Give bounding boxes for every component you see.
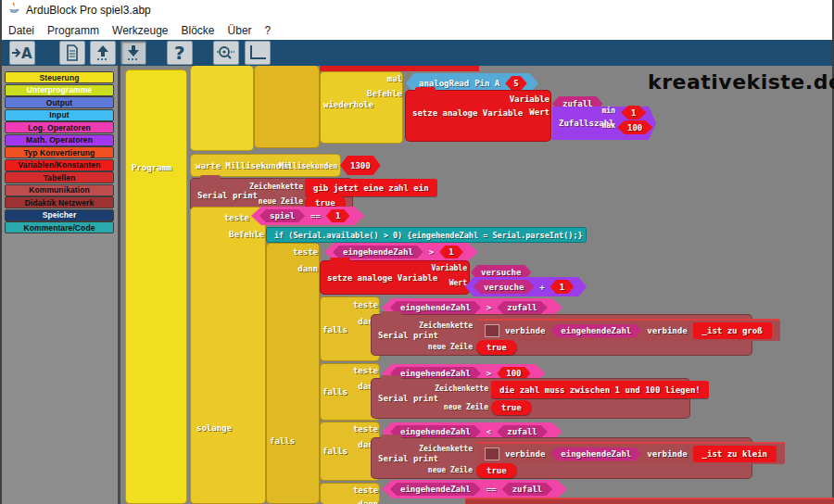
help-button[interactable]: ? <box>167 41 193 65</box>
operator: > <box>429 247 434 257</box>
serial-string-value[interactable]: gib jetzt eine zahl ein <box>305 179 437 196</box>
neue-zeile-label: neue Zeile <box>428 343 473 351</box>
menu-ueber[interactable]: Über <box>228 24 252 37</box>
variable-chip[interactable]: eingehendeZahl <box>390 425 481 438</box>
solange-teste-label: teste <box>224 213 249 222</box>
wiederhole-mal-label: mal <box>387 74 402 83</box>
falls-label: falls <box>322 387 348 397</box>
up-arrow-icon <box>94 44 112 62</box>
wiederhole-label: wiederhole <box>323 100 373 109</box>
verbinde-label: verbinde <box>505 449 545 459</box>
empty-socket[interactable] <box>485 324 499 337</box>
ruler-button[interactable] <box>245 41 271 65</box>
analogread-pin-value[interactable]: 5 <box>505 76 526 91</box>
serial-newline-value[interactable]: true <box>476 463 517 478</box>
code-view-button[interactable] <box>59 41 85 65</box>
variable-chip[interactable]: versuche <box>474 280 534 294</box>
zufallszahl-max-value[interactable]: 100 <box>617 120 652 134</box>
teste-label: teste <box>353 424 378 434</box>
falls-outer-block[interactable] <box>266 243 320 504</box>
search-blocks-button[interactable] <box>213 41 239 65</box>
menu-bloecke[interactable]: Blöcke <box>182 24 215 37</box>
setze-label: setze analoge Variable <box>412 108 523 118</box>
warte-value[interactable]: 1300 <box>340 156 381 175</box>
serial-newline-value[interactable]: true <box>476 340 517 355</box>
help-glyph: ? <box>174 43 185 63</box>
teste-label: teste <box>353 485 378 495</box>
dann-label: dann <box>358 499 378 504</box>
download-button[interactable] <box>120 41 146 65</box>
string-chip[interactable]: _ist zu groß <box>693 322 772 339</box>
serial-print-label: Serial print <box>378 394 438 403</box>
zufallszahl-max-label: max <box>602 121 615 130</box>
verbinde-label: verbinde <box>647 326 687 335</box>
falls-label: falls <box>322 325 348 334</box>
zeichenkette-label: Zeichenkette <box>249 183 303 191</box>
menu-werkzeuge[interactable]: Werkzeuge <box>112 24 168 37</box>
workspace: Steuerung Unterprogramme Output Input Lo… <box>2 66 834 504</box>
operator: + <box>539 283 544 292</box>
solange-block[interactable] <box>190 207 266 504</box>
program-canvas: kreativekiste.de Programm mal Befehle wi… <box>2 66 834 504</box>
programm-block[interactable] <box>125 69 187 504</box>
test-eq-zufall-block[interactable]: eingehendeZahl == zufall <box>382 480 567 498</box>
variable-chip[interactable]: zufall <box>497 301 548 314</box>
axis-ruler-icon <box>247 44 268 62</box>
operator: > <box>486 369 491 378</box>
toolbar: A ? <box>2 40 832 66</box>
verbinde-label: verbinde <box>647 449 687 459</box>
warte-param-label: Millisekunden <box>279 162 337 170</box>
menu-programm[interactable]: Programm <box>47 24 99 37</box>
ardublock-window: ArduBlock Pro spiel3.abp Datei Programm … <box>0 0 834 504</box>
verbinde-block[interactable]: verbinde eingehendeZahl verbinde _ist zu… <box>476 319 780 341</box>
upload-button[interactable] <box>90 41 116 65</box>
programm-label: Programm <box>132 163 171 172</box>
menu-help[interactable]: ? <box>265 24 272 37</box>
analogread-pin-label: Pin A <box>474 79 499 88</box>
verbinde-label: verbinde <box>505 326 545 335</box>
verbinde-block[interactable]: verbinde eingehendeZahl verbinde _ist zu… <box>476 442 785 464</box>
solange-befehle-label: Befehle <box>229 230 264 239</box>
value-chip[interactable]: 1 <box>326 209 349 222</box>
variable-chip[interactable]: eingehendeZahl <box>390 301 481 314</box>
insert-text-button[interactable]: A <box>9 41 35 65</box>
value-chip[interactable]: 1 <box>550 280 574 294</box>
window-title: ArduBlock Pro spiel3.abp <box>26 4 151 17</box>
variable-chip[interactable]: eingehendeZahl <box>550 324 641 338</box>
test-spiel-block[interactable]: spiel == 1 <box>251 207 364 225</box>
warte-label: warte Millisekunden <box>196 161 291 170</box>
falls-outer-teste-label: teste <box>293 247 318 257</box>
falls-outer-label: falls <box>270 436 295 446</box>
variable-chip[interactable]: eingehendeZahl <box>333 246 423 258</box>
clipped-control-block[interactable] <box>190 66 254 151</box>
plus-block[interactable]: versuche + 1 <box>465 277 587 296</box>
clipped-control-block[interactable] <box>254 66 320 148</box>
operator: > <box>486 303 491 312</box>
down-arrow-icon <box>124 44 143 62</box>
variable-chip[interactable]: zufall <box>502 483 553 496</box>
magnifier-icon <box>216 44 236 62</box>
variable-param-label: Variable <box>431 264 467 272</box>
value-chip[interactable]: 1 <box>439 246 462 258</box>
string-chip[interactable]: _ist zu klein <box>693 446 777 462</box>
variable-chip[interactable]: eingehendeZahl <box>550 447 641 461</box>
empty-socket[interactable] <box>485 447 499 460</box>
variable-spiel-chip[interactable]: spiel <box>259 209 305 222</box>
operator: < <box>486 427 491 436</box>
variable-chip[interactable]: zufall <box>497 425 548 438</box>
teste-label: teste <box>353 300 378 309</box>
operator: == <box>310 211 321 220</box>
inline-code-block[interactable]: if (Serial.available() > 0) {eingehendeZ… <box>266 227 587 243</box>
neue-zeile-label: neue Zeile <box>428 466 473 474</box>
clipped-red-block[interactable] <box>465 498 834 504</box>
serial-string-value[interactable]: die zahl muss zwischen 1 und 100 liegen! <box>491 381 709 398</box>
wert-param-label: Wert <box>529 107 550 117</box>
wiederhole-befehle-label: Befehle <box>367 89 402 98</box>
menu-datei[interactable]: Datei <box>8 24 34 37</box>
serial-newline-value[interactable]: true <box>491 400 532 415</box>
variable-chip[interactable]: eingehendeZahl <box>390 483 481 496</box>
document-icon <box>63 44 82 62</box>
serial-print-label: Serial print <box>378 454 438 463</box>
falls-outer-dann-label: dann <box>297 264 318 273</box>
serial-print-label: Serial print <box>197 191 258 200</box>
